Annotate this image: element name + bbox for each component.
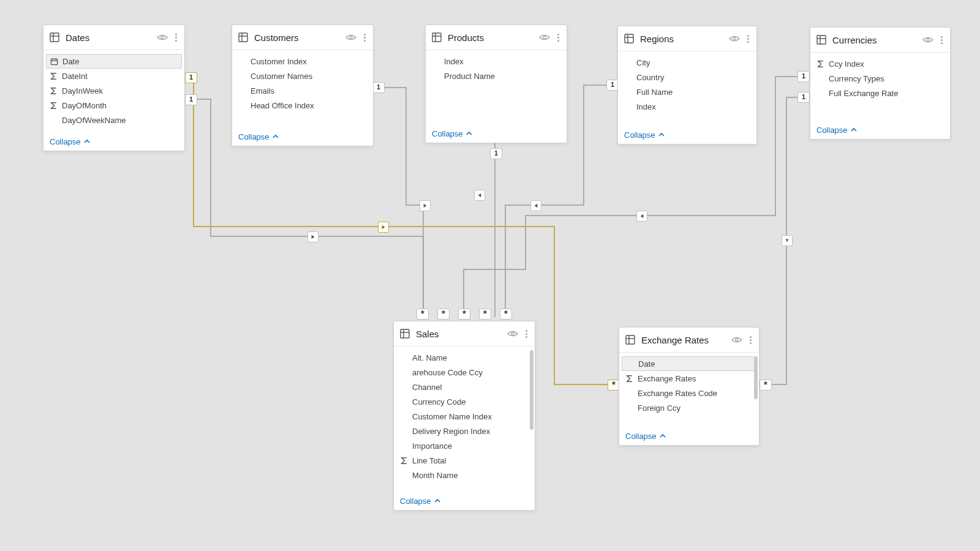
field-row[interactable]: DayInWeek (43, 83, 184, 98)
collapse-button[interactable]: Collapse (394, 492, 535, 510)
chevron-up-icon (272, 133, 279, 140)
chevron-up-icon (659, 432, 666, 440)
field-row[interactable]: Currency Types (810, 71, 950, 86)
table-title: Dates (66, 32, 152, 43)
more-options-icon[interactable] (938, 36, 945, 44)
svg-point-31 (736, 339, 738, 341)
collapse-button[interactable]: Collapse (619, 427, 759, 445)
field-row[interactable]: Currency Code (394, 394, 535, 409)
collapse-button[interactable]: Collapse (43, 132, 184, 151)
field-row[interactable]: Full Exchange Rate (810, 86, 950, 100)
svg-point-15 (543, 36, 546, 39)
visibility-icon[interactable] (345, 33, 356, 42)
visibility-icon[interactable] (731, 335, 742, 344)
field-row[interactable]: DayOfWeekName (43, 113, 184, 127)
sigma-icon (48, 71, 58, 81)
collapse-button[interactable]: Collapse (618, 126, 756, 144)
field-list: Ccy IndexCurrency TypesFull Exchange Rat… (810, 53, 950, 121)
table-header[interactable]: Regions (618, 26, 756, 51)
field-name: Month Name (412, 471, 458, 480)
table-header[interactable]: Dates (43, 25, 184, 50)
field-row[interactable]: Customer Names (232, 69, 373, 83)
table-header[interactable]: Sales (394, 321, 535, 347)
chevron-up-icon (658, 131, 665, 138)
visibility-icon[interactable] (539, 33, 550, 42)
more-options-icon[interactable] (747, 336, 754, 344)
table-header[interactable]: Products (426, 25, 567, 50)
table-dates[interactable]: DatesDateDateIntDayInWeekDayOfMonthDayOf… (43, 24, 185, 151)
field-name: DateInt (62, 72, 88, 81)
field-row[interactable]: Month Name (394, 468, 535, 482)
more-options-icon[interactable] (745, 35, 752, 43)
table-title: Exchange Rates (641, 335, 726, 345)
field-row[interactable]: Ccy Index (810, 56, 950, 71)
collapse-button[interactable]: Collapse (426, 124, 567, 143)
svg-point-23 (927, 39, 929, 41)
svg-rect-28 (626, 335, 635, 344)
svg-rect-4 (51, 59, 57, 64)
field-name: Customer Index (251, 57, 307, 66)
field-row[interactable]: Full Name (618, 84, 756, 99)
field-row[interactable]: Delivery Region Index (394, 424, 535, 438)
collapse-label: Collapse (432, 129, 463, 138)
field-row[interactable]: Index (426, 54, 567, 69)
field-row[interactable]: Date (46, 54, 182, 69)
collapse-button[interactable]: Collapse (810, 121, 950, 139)
visibility-icon[interactable] (507, 329, 518, 338)
table-exchange-rates[interactable]: Exchange RatesDateExchange RatesExchange… (619, 327, 760, 446)
field-row[interactable]: Channel (394, 380, 535, 394)
table-header[interactable]: Exchange Rates (619, 328, 759, 353)
visibility-icon[interactable] (729, 34, 740, 43)
scrollbar[interactable] (530, 350, 533, 430)
model-canvas[interactable]: 1 1 1 1 1 1 1 * * * * * * * DatesDateDat… (0, 0, 980, 551)
field-name: Index (636, 102, 656, 111)
field-name: Customer Names (251, 72, 312, 81)
field-row[interactable]: City (618, 55, 756, 70)
cardinality-one: 1 (797, 92, 810, 103)
field-row[interactable]: Line Total (394, 453, 535, 468)
sigma-icon (624, 373, 634, 383)
field-row[interactable]: Product Name (426, 69, 567, 83)
field-row[interactable]: Exchange Rates Code (619, 386, 759, 400)
svg-point-27 (511, 332, 514, 335)
field-row[interactable]: Customer Name Index (394, 409, 535, 424)
field-name: DayOfMonth (62, 101, 107, 110)
scrollbar[interactable] (754, 356, 758, 399)
cardinality-one: 1 (797, 71, 810, 82)
visibility-icon[interactable] (922, 36, 933, 44)
filter-arrow-icon (307, 231, 318, 242)
table-currencies[interactable]: CurrenciesCcy IndexCurrency TypesFull Ex… (810, 27, 951, 140)
field-row[interactable]: Importance (394, 438, 535, 453)
field-row[interactable]: Emails (232, 83, 373, 98)
field-row[interactable]: arehouse Code Ccy (394, 365, 535, 380)
visibility-icon[interactable] (157, 33, 168, 42)
more-options-icon[interactable] (523, 330, 530, 338)
field-row[interactable]: Index (618, 99, 756, 114)
field-name: Product Name (444, 72, 495, 81)
chevron-up-icon (434, 497, 441, 504)
field-row[interactable]: Foreign Ccy (619, 400, 759, 415)
calendar-icon (49, 56, 59, 66)
more-options-icon[interactable] (555, 34, 562, 42)
table-header[interactable]: Currencies (810, 28, 950, 53)
table-customers[interactable]: CustomersCustomer IndexCustomer NamesEma… (232, 24, 374, 146)
field-row[interactable]: Alt. Name (394, 350, 535, 365)
field-row[interactable]: Date (622, 356, 756, 371)
more-options-icon[interactable] (361, 34, 368, 42)
table-title: Products (448, 32, 534, 43)
field-name: Customer Name Index (412, 412, 492, 421)
field-row[interactable]: Exchange Rates (619, 371, 759, 386)
table-regions[interactable]: RegionsCityCountryFull NameIndexCollapse (617, 26, 757, 144)
field-row[interactable]: Country (618, 70, 756, 84)
field-name: City (636, 58, 650, 67)
table-header[interactable]: Customers (232, 25, 373, 50)
field-row[interactable]: DayOfMonth (43, 98, 184, 113)
field-row[interactable]: DateInt (43, 69, 184, 83)
table-title: Regions (640, 34, 724, 44)
table-sales[interactable]: SalesAlt. Namearehouse Code CcyChannelCu… (393, 321, 535, 511)
field-row[interactable]: Head Office Index (232, 98, 373, 113)
collapse-button[interactable]: Collapse (232, 127, 373, 146)
more-options-icon[interactable] (173, 34, 179, 42)
table-products[interactable]: ProductsIndexProduct NameCollapse (425, 24, 567, 143)
field-row[interactable]: Customer Index (232, 54, 373, 69)
